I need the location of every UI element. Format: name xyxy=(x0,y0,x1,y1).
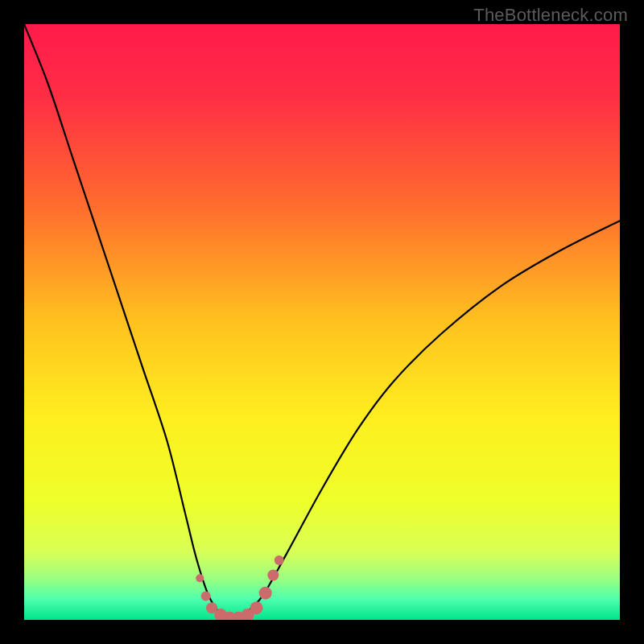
marker-dot xyxy=(250,601,263,614)
marker-dot xyxy=(267,570,279,581)
chart-frame: TheBottleneck.com xyxy=(0,0,644,644)
plot-area xyxy=(24,24,620,620)
marker-dot xyxy=(201,591,211,601)
marker-dot xyxy=(275,555,284,565)
watermark-text: TheBottleneck.com xyxy=(473,5,628,26)
chart-svg xyxy=(24,24,620,620)
marker-dot xyxy=(259,587,272,600)
marker-dot xyxy=(196,574,204,582)
gradient-background xyxy=(24,24,620,620)
